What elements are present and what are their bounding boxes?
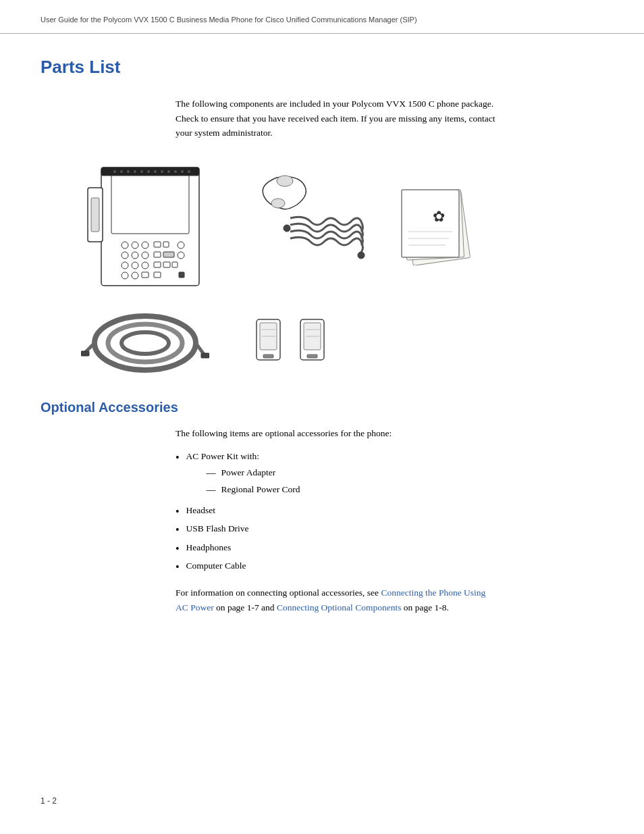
svg-rect-33	[163, 262, 170, 267]
svg-point-28	[178, 252, 184, 259]
footer-note: For information on connecting optional a…	[176, 585, 500, 615]
svg-rect-60	[263, 355, 273, 358]
handset-image	[236, 171, 371, 279]
parts-row1: ✿	[81, 161, 603, 289]
sub-list-item: — Power Adapter	[207, 466, 300, 480]
svg-point-8	[147, 170, 150, 173]
list-item-label: AC Power Kit with:	[186, 451, 259, 461]
page-number: 1 - 2	[41, 795, 57, 807]
accessories-list: • AC Power Kit with: — Power Adapter — R…	[176, 450, 500, 573]
list-item-label: Headphones	[186, 541, 232, 554]
list-item: • Headset	[176, 504, 500, 518]
svg-point-40	[277, 176, 293, 186]
sub-dash: —	[207, 483, 216, 497]
svg-point-31	[142, 262, 149, 269]
usb-drives-image	[250, 306, 338, 373]
svg-point-25	[142, 252, 149, 259]
svg-rect-55	[81, 351, 89, 356]
footer-mid-text: on page 1-7 and	[214, 602, 277, 613]
cable-coil-image	[81, 303, 209, 377]
svg-rect-1	[111, 173, 189, 234]
svg-point-17	[122, 242, 128, 249]
list-item: • Headphones	[176, 541, 500, 555]
svg-point-35	[122, 272, 128, 279]
svg-point-23	[122, 252, 128, 259]
svg-point-29	[122, 262, 128, 269]
sub-list-item: — Regional Power Cord	[207, 483, 300, 497]
svg-rect-39	[179, 272, 184, 278]
svg-rect-57	[201, 353, 209, 358]
intro-text: The following components are included in…	[176, 97, 500, 140]
sub-bullet-list: — Power Adapter — Regional Power Cord	[207, 466, 300, 497]
svg-rect-16	[91, 198, 99, 232]
svg-rect-34	[172, 262, 178, 267]
svg-point-3	[113, 170, 116, 173]
link-connecting-optional[interactable]: Connecting Optional Components	[277, 602, 402, 613]
page-header: User Guide for the Polycom VVX 1500 C Bu…	[0, 0, 644, 34]
svg-rect-46	[402, 190, 459, 257]
list-item: • AC Power Kit with: — Power Adapter — R…	[176, 450, 500, 500]
svg-point-11	[167, 170, 170, 173]
parts-row2	[81, 303, 603, 377]
svg-point-5	[127, 170, 130, 173]
bullet-dot: •	[176, 523, 180, 536]
list-item-content: AC Power Kit with: — Power Adapter — Reg…	[186, 450, 300, 500]
svg-rect-26	[154, 252, 161, 257]
svg-point-10	[161, 170, 163, 173]
svg-rect-65	[307, 355, 317, 358]
svg-text:✿: ✿	[433, 208, 445, 225]
list-item-label: USB Flash Drive	[186, 522, 249, 536]
list-item: • USB Flash Drive	[176, 522, 500, 536]
svg-point-36	[132, 272, 138, 279]
svg-rect-27	[163, 252, 174, 257]
optional-accessories-intro: The following items are optional accesso…	[176, 427, 500, 440]
svg-point-4	[120, 170, 123, 173]
document-image: ✿	[392, 184, 479, 265]
page-title: Parts List	[41, 54, 603, 80]
bullet-dot: •	[176, 505, 180, 518]
parts-images: ✿	[81, 161, 603, 377]
sub-item-label: Power Adapter	[221, 466, 276, 479]
optional-accessories-title: Optional Accessories	[41, 397, 603, 417]
svg-rect-37	[142, 272, 149, 278]
svg-point-24	[132, 252, 138, 259]
bullet-dot: •	[176, 561, 180, 573]
svg-rect-20	[154, 242, 161, 247]
svg-point-42	[284, 225, 290, 232]
svg-point-9	[154, 170, 157, 173]
svg-point-52	[108, 324, 182, 362]
list-item: • Computer Cable	[176, 559, 500, 573]
svg-rect-21	[163, 242, 169, 247]
svg-point-22	[178, 242, 184, 249]
list-item-label: Computer Cable	[186, 559, 246, 573]
svg-point-6	[134, 170, 136, 173]
svg-point-7	[140, 170, 143, 173]
svg-rect-32	[154, 262, 161, 267]
sub-item-label: Regional Power Cord	[221, 483, 300, 496]
footer-before-text: For information on connecting optional a…	[176, 588, 381, 598]
svg-point-30	[132, 262, 138, 269]
phone-device-image	[81, 161, 216, 289]
sub-dash: —	[207, 466, 216, 480]
svg-point-19	[142, 242, 149, 249]
footer-after-text: on page 1-8.	[401, 602, 448, 613]
svg-point-12	[174, 170, 177, 173]
svg-rect-38	[154, 272, 161, 278]
svg-point-43	[358, 252, 365, 259]
svg-point-53	[122, 332, 169, 354]
main-content: Parts List The following components are …	[0, 34, 644, 655]
list-item-label: Headset	[186, 504, 215, 517]
svg-point-18	[132, 242, 138, 249]
bullet-dot: •	[176, 451, 180, 464]
bullet-dot: •	[176, 542, 180, 555]
page: User Guide for the Polycom VVX 1500 C Bu…	[0, 0, 644, 834]
svg-point-14	[188, 170, 190, 173]
svg-point-13	[181, 170, 184, 173]
header-text: User Guide for the Polycom VVX 1500 C Bu…	[41, 16, 417, 24]
svg-point-41	[271, 199, 285, 208]
